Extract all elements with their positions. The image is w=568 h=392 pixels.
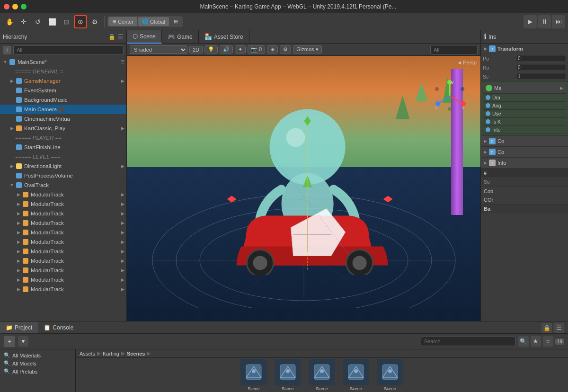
project-add-button[interactable]: + bbox=[4, 336, 15, 347]
lock-icon[interactable]: 🔒 bbox=[108, 34, 115, 40]
play-button[interactable]: ▶ bbox=[524, 15, 537, 28]
grid-button[interactable]: ⊞ bbox=[170, 17, 182, 26]
chevron-right-icon: ☰ bbox=[121, 60, 124, 64]
2d-button[interactable]: 2D bbox=[189, 46, 203, 53]
scene-viewport[interactable]: ◄ Persp Y X bbox=[127, 56, 480, 321]
tab-game[interactable]: 🎮 Game bbox=[162, 30, 199, 44]
asset-item-5[interactable]: Scene bbox=[375, 359, 405, 391]
sidebar-all-prefabs[interactable]: 🔍 All Prefabs bbox=[2, 367, 73, 375]
breadcrumb-karting[interactable]: Karting bbox=[103, 351, 119, 356]
hierarchy-add-button[interactable]: + bbox=[3, 46, 11, 54]
tab-console[interactable]: 📋 Console bbox=[38, 322, 79, 333]
list-item[interactable]: ▶ ModularTrack ▶ bbox=[0, 218, 126, 228]
pause-button[interactable]: ⏸ bbox=[538, 15, 551, 28]
grid-button[interactable]: ⊞ bbox=[267, 45, 278, 53]
close-button[interactable] bbox=[4, 4, 9, 9]
minimize-button[interactable] bbox=[12, 4, 18, 9]
hierarchy-item-label: EventSystem bbox=[24, 88, 56, 93]
move-tool-button[interactable]: ✛ bbox=[17, 15, 30, 28]
console-tab-icon: 📋 bbox=[44, 324, 51, 331]
transform-header[interactable]: ▶ T Transform bbox=[481, 44, 568, 54]
hierarchy-item-startfinish[interactable]: StartFinishLine bbox=[0, 143, 126, 152]
gizmos-button[interactable]: Gizmos ▾ bbox=[293, 45, 321, 53]
breadcrumb-scenes[interactable]: Scenes bbox=[127, 351, 145, 356]
list-item[interactable]: ▶ ModularTrack ▶ bbox=[0, 247, 126, 256]
component-co-1[interactable]: ▶ C Co bbox=[481, 136, 568, 147]
tags-hash: # bbox=[484, 170, 487, 176]
tab-assetstore[interactable]: 🏪 Asset Store bbox=[199, 30, 249, 44]
hierarchy-item-cinemachine[interactable]: CinemachineVirtua bbox=[0, 114, 126, 124]
sidebar-all-materials[interactable]: 🔍 All Materials bbox=[2, 351, 73, 359]
scene-toolbar: Shaded Wireframe Shaded Wireframe 2D 💡 🔊… bbox=[127, 44, 480, 56]
transform-tool-button[interactable]: ⊕ bbox=[74, 15, 87, 28]
project-fav-button[interactable]: ☆ bbox=[543, 336, 553, 347]
fx-button[interactable]: ✦ bbox=[235, 45, 246, 53]
shading-dropdown[interactable]: Shaded Wireframe Shaded Wireframe bbox=[130, 45, 187, 54]
component-row-int[interactable]: Inte bbox=[483, 126, 566, 134]
hierarchy-item-label: MainScene* bbox=[18, 59, 47, 65]
component-info[interactable]: ▶ i Info bbox=[481, 158, 568, 169]
hierarchy-item-kart[interactable]: ▶ KartClassic_Play ▶ bbox=[0, 124, 126, 133]
list-item[interactable]: ▶ ModularTrack ▶ bbox=[0, 237, 126, 247]
rotation-x-input[interactable] bbox=[516, 64, 566, 71]
project-search-input[interactable] bbox=[421, 337, 515, 346]
component-row-ang[interactable]: Ang bbox=[483, 102, 566, 110]
scale-x-input[interactable] bbox=[516, 73, 566, 80]
breadcrumb-assets[interactable]: Assets bbox=[80, 351, 95, 356]
step-button[interactable]: ⏭ bbox=[552, 15, 565, 28]
position-x-input[interactable] bbox=[516, 55, 566, 62]
list-item[interactable]: ▶ ModularTrack ▶ bbox=[0, 199, 126, 209]
sidebar-all-models[interactable]: 🔍 All Models bbox=[2, 359, 73, 367]
hierarchy-search-input[interactable] bbox=[13, 45, 124, 55]
tab-project[interactable]: 📁 Project bbox=[0, 322, 38, 333]
rotation-row: Ro bbox=[481, 63, 568, 72]
hierarchy-item-mainscene[interactable]: ▼ MainScene* ☰ bbox=[0, 57, 126, 67]
hierarchy-item-eventsystem[interactable]: EventSystem bbox=[0, 86, 126, 95]
lock-panel-button[interactable]: 🔒 bbox=[541, 323, 552, 333]
component-row-isk[interactable]: Is K bbox=[483, 118, 566, 126]
list-item[interactable]: ▶ ModularTrack ▶ bbox=[0, 228, 126, 237]
asset-item-2[interactable]: Scene bbox=[273, 359, 303, 391]
component-co-2[interactable]: ▶ C Co bbox=[481, 147, 568, 158]
project-filter-button[interactable]: 🔍 bbox=[518, 336, 529, 347]
scene-search-input[interactable] bbox=[430, 45, 478, 54]
panel-menu-button[interactable]: ☰ bbox=[554, 323, 564, 333]
project-import-button[interactable]: ▼ bbox=[18, 336, 28, 347]
list-item[interactable]: ▶ ModularTrack ▶ bbox=[0, 190, 126, 199]
rotate-tool-button[interactable]: ↺ bbox=[31, 15, 44, 28]
hierarchy-item-ovaltrack[interactable]: ▼ OvalTrack bbox=[0, 180, 126, 190]
list-item[interactable]: ▶ ModularTrack ▶ bbox=[0, 285, 126, 294]
component-1-header[interactable]: Ma ▶ bbox=[483, 83, 566, 94]
global-button[interactable]: 🌐 Global bbox=[138, 17, 169, 26]
rect-tool-button[interactable]: ⊡ bbox=[60, 15, 73, 28]
hierarchy-item-postprocess[interactable]: PostProcessVolume bbox=[0, 171, 126, 180]
asset-item-4[interactable]: Scene bbox=[341, 359, 371, 391]
list-item[interactable]: ▶ ModularTrack ▶ bbox=[0, 256, 126, 266]
cube-icon bbox=[22, 248, 29, 255]
options-button[interactable]: ⚙ bbox=[280, 45, 291, 53]
list-item[interactable]: ▶ ModularTrack ▶ bbox=[0, 266, 126, 275]
hierarchy-item-dirlight[interactable]: ▶ DirectionalLight ▶ bbox=[0, 161, 126, 171]
svg-point-50 bbox=[388, 369, 392, 373]
project-star-button[interactable]: ★ bbox=[531, 336, 541, 347]
scale-tool-button[interactable]: ⬜ bbox=[45, 15, 59, 28]
hierarchy-item-bgmusic[interactable]: BackgroundMusic bbox=[0, 95, 126, 105]
audio-button[interactable]: 🔊 bbox=[220, 45, 233, 53]
hierarchy-item-maincamera[interactable]: Main Camera 🎥 bbox=[0, 105, 126, 114]
maximize-button[interactable] bbox=[21, 4, 27, 9]
asset-item-3[interactable]: Scene bbox=[307, 359, 337, 391]
hierarchy-item-gamemanager[interactable]: ▶ GameManager ▶ bbox=[0, 76, 126, 86]
hierarchy-menu-icon[interactable]: ☰ bbox=[117, 33, 124, 41]
component-row-use[interactable]: Use bbox=[483, 110, 566, 118]
hand-tool-button[interactable]: ✋ bbox=[3, 15, 16, 28]
scene-camera-button[interactable]: 📷 0 bbox=[248, 45, 265, 53]
asset-item-1[interactable]: Scene bbox=[239, 359, 269, 391]
list-item[interactable]: ▶ ModularTrack ▶ bbox=[0, 275, 126, 285]
custom-tool-button[interactable]: ⚙ bbox=[88, 15, 101, 28]
tab-scene[interactable]: ⬡ Scene bbox=[127, 30, 162, 44]
lighting-button[interactable]: 💡 bbox=[204, 45, 218, 53]
center-button[interactable]: ⊕ Center bbox=[108, 17, 137, 26]
spacer bbox=[9, 87, 15, 94]
list-item[interactable]: ▶ ModularTrack ▶ bbox=[0, 209, 126, 218]
component-row-dra[interactable]: Dra bbox=[483, 94, 566, 102]
